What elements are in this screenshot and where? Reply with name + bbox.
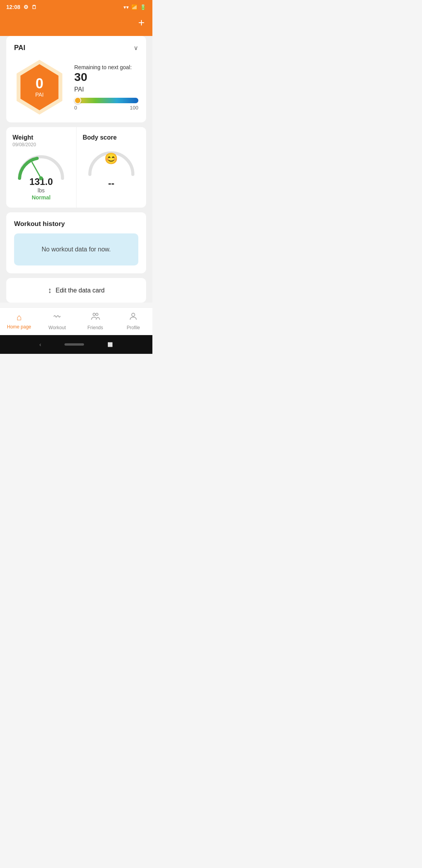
pai-info: Remaining to next goal: 30 PAI 0 100 xyxy=(74,64,138,111)
progress-track xyxy=(74,98,138,103)
svg-point-2 xyxy=(93,313,95,316)
weight-status: Normal xyxy=(13,194,70,201)
edit-sort-icon: ↕ xyxy=(48,286,52,295)
home-indicator[interactable] xyxy=(64,343,84,346)
status-bar: 12:08 ⚙ 🗒 ▾▾ 📶 🔋 xyxy=(0,0,152,14)
pai-progress-bar xyxy=(74,98,138,103)
body-score-emoji: 😊 xyxy=(104,152,118,165)
recents-button[interactable]: ⬜ xyxy=(107,342,113,347)
pai-content: 0 PAI Remaining to next goal: 30 PAI 0 xyxy=(14,60,138,115)
home-icon: ⌂ xyxy=(16,312,21,323)
pai-hexagon: 0 PAI xyxy=(14,60,65,115)
body-score-value: -- xyxy=(83,178,140,189)
weight-gauge xyxy=(16,153,66,180)
nav-profile[interactable]: Profile xyxy=(120,312,147,330)
body-score-title: Body score xyxy=(83,134,140,141)
weight-date: 09/08/2020 xyxy=(13,142,70,147)
body-score-section: Body score 😊 -- xyxy=(77,127,147,208)
main-content: PAI ∨ 0 PAI Remaining to next goal: 30 P… xyxy=(0,36,152,303)
hexagon-inner: 0 PAI xyxy=(18,64,61,110)
nav-workout[interactable]: Workout xyxy=(43,312,71,330)
progress-labels: 0 100 xyxy=(74,105,138,111)
svg-point-3 xyxy=(96,313,98,316)
edit-data-card[interactable]: ↕ Edit the data card xyxy=(6,278,146,303)
nav-profile-label: Profile xyxy=(127,325,140,330)
pai-title: PAI xyxy=(14,44,25,52)
weight-unit: lbs xyxy=(13,187,70,194)
signal-icon: 📶 xyxy=(131,4,138,10)
pai-card: PAI ∨ 0 PAI Remaining to next goal: 30 P… xyxy=(6,36,146,122)
svg-line-0 xyxy=(32,162,41,178)
status-left: 12:08 ⚙ 🗒 xyxy=(6,4,37,10)
workout-icon xyxy=(52,312,62,323)
status-right: ▾▾ 📶 🔋 xyxy=(123,4,146,10)
weight-title: Weight xyxy=(13,134,70,141)
nav-home[interactable]: ⌂ Home page xyxy=(5,312,33,330)
status-time: 12:08 xyxy=(6,4,20,10)
friends-icon xyxy=(91,312,100,323)
nav-home-label: Home page xyxy=(7,324,31,330)
header: + xyxy=(0,14,152,36)
android-nav-bar: ‹ ⬜ xyxy=(0,335,152,354)
wifi-icon: ▾▾ xyxy=(123,4,129,10)
progress-max: 100 xyxy=(130,105,138,111)
gauge-svg xyxy=(16,153,66,180)
profile-icon xyxy=(129,312,138,323)
pai-remaining-unit: PAI xyxy=(74,86,138,93)
workout-empty-message: No workout data for now. xyxy=(14,233,138,265)
nav-workout-label: Workout xyxy=(48,325,66,330)
workout-history-title: Workout history xyxy=(14,220,138,228)
progress-min: 0 xyxy=(74,105,77,111)
weight-bodyscore-card: Weight 09/08/2020 131.0 lbs Normal Body … xyxy=(6,127,146,208)
settings-icon: ⚙ xyxy=(23,4,29,10)
edit-card-label: Edit the data card xyxy=(55,287,104,294)
bottom-navigation: ⌂ Home page Workout Friends xyxy=(0,307,152,335)
pai-remaining-label: Remaining to next goal: 30 xyxy=(74,64,138,84)
pai-label: PAI xyxy=(35,91,44,98)
add-button[interactable]: + xyxy=(138,17,145,28)
progress-thumb xyxy=(74,97,81,104)
pai-remaining-value: 30 xyxy=(74,70,87,83)
clipboard-icon: 🗒 xyxy=(32,4,37,10)
nav-friends-label: Friends xyxy=(88,325,103,330)
pai-card-header: PAI ∨ xyxy=(14,44,138,52)
battery-icon: 🔋 xyxy=(140,4,146,10)
weight-section: Weight 09/08/2020 131.0 lbs Normal xyxy=(6,127,77,208)
body-score-gauge: 😊 xyxy=(86,149,137,176)
back-button[interactable]: ‹ xyxy=(39,341,41,348)
svg-point-1 xyxy=(39,176,43,180)
nav-friends[interactable]: Friends xyxy=(82,312,109,330)
pai-chevron-down-icon[interactable]: ∨ xyxy=(134,44,138,52)
pai-value: 0 xyxy=(36,77,43,91)
svg-point-4 xyxy=(132,313,135,316)
workout-history-card: Workout history No workout data for now. xyxy=(6,212,146,273)
hexagon-outer: 0 PAI xyxy=(14,60,65,115)
